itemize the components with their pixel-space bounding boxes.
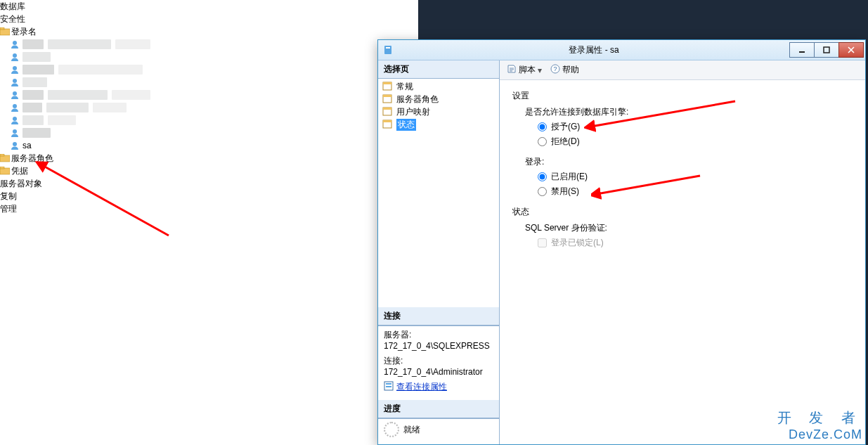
tree-node-login-redacted[interactable] (0, 63, 418, 76)
tree-label: 登录名 (11, 26, 37, 38)
svg-rect-12 (0, 154, 4, 156)
tree-node-login-redacted[interactable] (0, 114, 418, 127)
dropdown-icon: ▾ (538, 65, 542, 75)
tree-node-login-redacted[interactable] (0, 76, 418, 89)
app-icon (382, 44, 394, 56)
page-selector-panel: 选择页 常规 服务器角色 用户映射 状态 (378, 60, 500, 444)
tree-node-login-redacted[interactable] (0, 89, 418, 101)
svg-point-5 (13, 79, 17, 83)
svg-rect-17 (386, 47, 390, 49)
tree-node-databases[interactable]: 数据库 (0, 0, 418, 13)
tree-node-server-objects[interactable]: 服务器对象 (0, 177, 418, 190)
radio-enabled-input[interactable] (538, 172, 547, 181)
page-icon (382, 120, 394, 129)
content-toolbar: 脚本 ▾ ? 帮助 (500, 60, 865, 80)
checkbox-login-locked-label: 登录已锁定(L) (551, 237, 604, 249)
status-group-label: 状态 (512, 206, 853, 218)
folder-icon (0, 27, 10, 36)
svg-rect-11 (0, 155, 10, 162)
login-icon (10, 77, 20, 87)
checkbox-login-locked: 登录已锁定(L) (538, 237, 853, 249)
radio-deny[interactable]: 拒绝(D) (538, 136, 853, 148)
login-icon (10, 65, 20, 75)
svg-rect-19 (824, 47, 829, 53)
close-button[interactable] (838, 42, 864, 58)
select-page-header: 选择页 (378, 60, 499, 79)
folder-icon (0, 167, 10, 175)
view-connection-properties-link[interactable]: 查看连接属性 (396, 381, 447, 393)
svg-point-8 (13, 117, 17, 121)
tree-node-security[interactable]: 安全性 (0, 13, 418, 25)
tree-label: 服务器对象 (0, 178, 42, 190)
progress-spinner-icon (384, 422, 399, 437)
tree-node-login-redacted[interactable] (0, 101, 418, 114)
login-icon (10, 128, 20, 138)
maximize-button[interactable] (814, 42, 839, 58)
tree-label: 复制 (0, 191, 17, 202)
tree-label: 服务器角色 (11, 153, 53, 165)
radio-disabled[interactable]: 禁用(S) (538, 186, 853, 198)
folder-icon (0, 154, 10, 162)
watermark-zh: 开 发 者 (777, 408, 862, 427)
tree-node-logins[interactable]: 登录名 (0, 25, 418, 38)
server-value: 172_17_0_4\SQLEXPRESS (384, 341, 493, 351)
server-label: 服务器: (384, 329, 493, 341)
login-icon (10, 90, 20, 100)
login-properties-dialog: 登录属性 - sa 选择页 常规 服务器角色 用户映射 (377, 39, 866, 445)
radio-deny-input[interactable] (538, 137, 547, 146)
tree-node-management[interactable]: 管理 (0, 202, 418, 215)
script-icon (507, 64, 517, 76)
status-page-content: 脚本 ▾ ? 帮助 设置 是否允许连接到数据库引擎: 授予(G) (500, 60, 865, 444)
help-button[interactable]: ? 帮助 (548, 63, 582, 77)
tree-node-replication[interactable]: 复制 (0, 190, 418, 202)
connection-value: 172_17_0_4\Administrator (384, 367, 493, 377)
svg-rect-23 (383, 95, 391, 97)
svg-rect-1 (0, 27, 4, 30)
radio-disabled-input[interactable] (538, 187, 547, 196)
tree-label: 数据库 (0, 1, 25, 13)
svg-rect-21 (383, 82, 391, 84)
login-icon (10, 115, 20, 125)
svg-point-2 (13, 41, 17, 45)
help-label: 帮助 (562, 64, 579, 76)
script-button[interactable]: 脚本 ▾ (504, 63, 545, 77)
radio-enabled-label: 已启用(E) (551, 171, 588, 183)
titlebar: 登录属性 - sa (378, 40, 865, 60)
svg-rect-30 (386, 386, 391, 387)
tree-node-server-roles[interactable]: 服务器角色 (0, 152, 418, 165)
login-icon (10, 141, 20, 150)
properties-icon (384, 381, 394, 393)
page-label: 用户映射 (396, 106, 430, 118)
page-server-roles[interactable]: 服务器角色 (378, 93, 499, 105)
radio-grant[interactable]: 授予(G) (538, 121, 853, 133)
radio-enabled[interactable]: 已启用(E) (538, 171, 853, 183)
help-icon: ? (550, 64, 560, 76)
login-group-label: 登录: (525, 156, 853, 168)
page-label: 状态 (396, 119, 416, 131)
window-buttons (790, 42, 864, 58)
tree-node-credentials[interactable]: 凭据 (0, 165, 418, 177)
tree-node-login-redacted[interactable] (0, 38, 418, 51)
login-icon (10, 52, 20, 62)
tree-node-login-sa[interactable]: sa (0, 139, 418, 152)
tree-node-login-redacted[interactable] (0, 51, 418, 63)
login-icon (10, 103, 20, 112)
radio-grant-label: 授予(G) (551, 121, 580, 133)
page-user-mapping[interactable]: 用户映射 (378, 105, 499, 118)
svg-point-6 (13, 91, 17, 96)
minimize-button[interactable] (789, 42, 815, 58)
tree-label: 凭据 (11, 165, 28, 177)
svg-point-10 (13, 142, 17, 146)
svg-rect-18 (799, 51, 805, 53)
window-title: 登录属性 - sa (398, 44, 790, 56)
radio-disabled-label: 禁用(S) (551, 186, 579, 198)
tree-label: 管理 (0, 203, 17, 215)
radio-grant-input[interactable] (538, 122, 547, 131)
sql-auth-label: SQL Server 身份验证: (525, 222, 853, 234)
watermark-en: DevZe.CoM (777, 427, 862, 442)
settings-label: 设置 (512, 90, 853, 102)
svg-point-4 (13, 66, 17, 70)
page-general[interactable]: 常规 (378, 80, 499, 93)
tree-node-login-redacted[interactable] (0, 127, 418, 139)
page-status[interactable]: 状态 (378, 118, 499, 131)
